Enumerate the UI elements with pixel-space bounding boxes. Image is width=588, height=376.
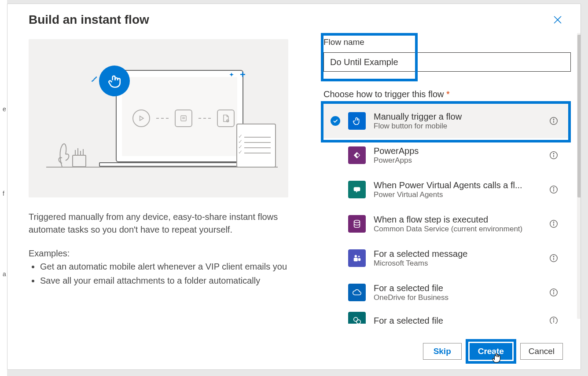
trigger-subtitle: Microsoft Teams [374,259,541,268]
trigger-item-cds[interactable]: When a flow step is executed Common Data… [323,207,571,241]
trigger-title: For a selected file [374,283,541,293]
info-icon[interactable] [549,253,559,263]
trigger-title: When Power Virtual Agents calls a fl... [374,180,541,190]
trigger-label: Choose how to trigger this flow * [323,89,571,99]
svg-rect-7 [73,155,86,167]
info-icon[interactable] [549,316,559,324]
example-item: Get an automatic mobile alert whenever a… [40,260,288,273]
trigger-item-powerapps[interactable]: PowerApps PowerApps [323,138,571,172]
examples-label: Examples: [29,248,288,259]
trigger-title: When a flow step is executed [374,215,541,225]
trigger-item-onedrive[interactable]: For a selected file OneDrive for Busines… [323,275,571,310]
sharepoint-icon [348,312,366,324]
powerapps-icon [348,146,366,164]
info-icon[interactable] [549,150,559,160]
svg-point-40 [356,320,360,324]
cloud-icon [348,284,366,301]
virtual-agents-icon [348,181,366,198]
svg-point-30 [358,256,360,258]
build-instant-flow-modal: Build an instant flow ⟋ + ✦ [7,4,581,370]
info-icon[interactable] [549,219,559,229]
svg-point-29 [355,255,357,258]
trigger-subtitle: Flow button for mobile [374,122,541,131]
modal-footer: Skip Create Cancel [7,333,581,369]
modal-body: ⟋ + ✦ Triggered manually from any [7,31,581,333]
close-icon[interactable] [552,15,563,25]
trigger-title: For a selected message [374,249,541,259]
examples-list: Get an automatic mobile alert whenever a… [29,260,288,289]
finger-tap-icon [348,112,366,130]
modal-header: Build an instant flow [7,4,581,31]
radio-icon[interactable] [331,116,340,126]
trigger-title: PowerApps [374,146,541,156]
trigger-item-teams[interactable]: For a selected message Microsoft Teams [323,241,571,275]
svg-point-14 [553,119,554,120]
svg-point-38 [553,291,554,291]
flow-name-input[interactable] [323,52,571,72]
trigger-subtitle: OneDrive for Business [374,293,541,302]
trigger-title: For a selected file [374,316,541,324]
trigger-subtitle: Common Data Service (current environment… [374,225,541,234]
svg-marker-21 [356,191,358,193]
description-text: Triggered manually from any device, easy… [29,211,288,236]
trigger-item-pva[interactable]: When Power Virtual Agents calls a fl... … [323,172,571,207]
svg-rect-31 [354,258,358,261]
trigger-subtitle: PowerApps [374,156,541,165]
trigger-item-sharepoint[interactable]: For a selected file [323,310,571,324]
svg-rect-32 [358,258,361,261]
info-icon[interactable] [549,116,559,126]
edge-slice: efa [0,0,7,376]
touch-badge-icon [99,66,130,96]
right-column: Flow name Choose how to trigger this flo… [323,37,571,333]
create-button[interactable]: Create [470,343,512,360]
cancel-button[interactable]: Cancel [520,343,563,360]
data-service-icon [348,215,366,233]
svg-marker-2 [140,116,143,120]
teams-icon [348,249,366,267]
trigger-list: Manually trigger a flow Flow button for … [323,104,571,324]
trigger-title: Manually trigger a flow [374,112,541,122]
flow-name-label: Flow name [323,37,571,47]
svg-point-35 [553,256,554,257]
scrollbar[interactable] [577,33,581,319]
left-column: ⟋ + ✦ Triggered manually from any [29,31,288,333]
svg-point-43 [553,319,554,319]
info-icon[interactable] [549,185,559,194]
svg-point-28 [553,222,554,223]
trigger-item-manual[interactable]: Manually trigger a flow Flow button for … [323,104,571,138]
svg-point-19 [553,153,554,154]
scrollbar-thumb[interactable] [577,35,581,197]
trigger-subtitle: Power Virtual Agents [374,190,541,199]
info-icon[interactable] [549,288,559,297]
modal-title: Build an instant flow [29,13,149,27]
illustration: ⟋ + ✦ [29,39,288,197]
svg-rect-20 [354,187,360,191]
skip-button[interactable]: Skip [423,343,462,360]
example-item: Save all your email attachments to a fol… [40,274,288,287]
svg-point-25 [354,220,360,223]
svg-point-24 [553,188,554,188]
